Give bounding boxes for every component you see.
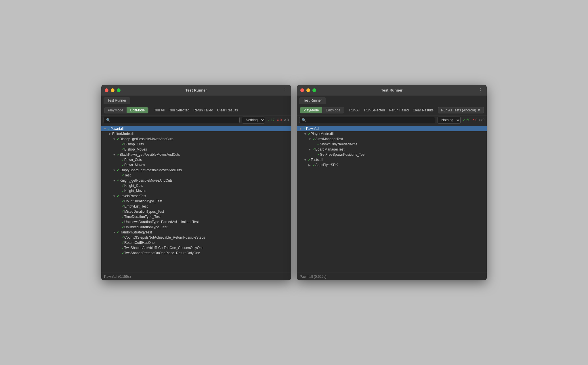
tree-item-mixedduration[interactable]: ✓ MixedDurationTypes_Test bbox=[101, 209, 291, 214]
tree-item-blackpawn_group[interactable]: ▼✓ BlackPawn_getPossibleMovesAndCuts bbox=[101, 152, 291, 157]
tree-item-twoshapes[interactable]: ✓ TwoShapesAreAbleToCutTheOne_ChosenOnly… bbox=[101, 245, 291, 250]
tree-label-emptyboard_group: EmptyBoard_getPossibleMovesAndCuts bbox=[120, 168, 182, 172]
tree-item-countofsteps[interactable]: ✓ CountOfStepsIsNotAchievable_ReturnPoss… bbox=[101, 235, 291, 240]
editmode-btn-1[interactable]: EditMode bbox=[127, 107, 148, 113]
minimize-button-2[interactable] bbox=[306, 88, 310, 92]
tree-item-knight_cuts[interactable]: ✓ Knight_Cuts bbox=[101, 183, 291, 188]
editmode-btn-2[interactable]: EditMode bbox=[322, 107, 344, 113]
tree-item-boardmanager[interactable]: ▼✓ BoardManagerTest bbox=[297, 147, 487, 152]
tree-item-pawnfall2[interactable]: ▼✓ Pawnfall bbox=[297, 126, 487, 131]
check-icon-knight_cuts: ✓ bbox=[121, 184, 124, 188]
check-icon-pawnfall: ✓ bbox=[108, 127, 110, 131]
tree-item-pawn_moves[interactable]: ✓ Pawn_Moves bbox=[101, 162, 291, 168]
clear-results-btn-2[interactable]: Clear Results bbox=[412, 108, 435, 113]
check-icon-unlimitedduration: ✓ bbox=[121, 225, 124, 229]
tree-label-twoshapes: TwoShapesAreAbleToCutTheOne_ChosenOnlyOn… bbox=[124, 246, 204, 250]
tree-item-emptyboard_test[interactable]: ✓ Test bbox=[101, 173, 291, 178]
tree-item-pawn_cuts[interactable]: ✓ Pawn_Cuts bbox=[101, 157, 291, 162]
tree-label-editormode: EditorMode.dll bbox=[112, 132, 134, 136]
playmode-btn-2[interactable]: PlayMode bbox=[300, 107, 322, 113]
tree-item-returncut[interactable]: ✓ ReturnCutIfHasOne bbox=[101, 240, 291, 245]
traffic-lights-1 bbox=[105, 88, 121, 92]
tree-item-twoshapes2[interactable]: ✓ TwoShapesPretendOnOnePlace_ReturnOnlyO… bbox=[101, 250, 291, 256]
close-button-1[interactable] bbox=[105, 88, 108, 92]
tree-label-knight_cuts: Knight_Cuts bbox=[124, 184, 143, 188]
tree-arrow-playermode: ▼ bbox=[304, 132, 307, 136]
tree-item-knight_moves[interactable]: ✓ Knight_Moves bbox=[101, 188, 291, 193]
check-icon-emptyboard_test: ✓ bbox=[121, 173, 124, 177]
search-filter-row-2: Nothing ✓ 50 ✗ 0 ⊘ 0 bbox=[297, 115, 487, 125]
check-icon-2: ✓ bbox=[463, 118, 466, 122]
search-input-2[interactable] bbox=[299, 117, 435, 123]
tree-item-levelsparser[interactable]: ▼✓ LevelsParserTest bbox=[101, 193, 291, 199]
tree-arrow-blackpawn_group: ▼ bbox=[113, 153, 116, 156]
tree-label-pawnfall: Pawnfall bbox=[110, 127, 123, 131]
skip-badge-1: ⊘ 0 bbox=[283, 118, 289, 122]
tab-test-runner-1[interactable]: Test Runner bbox=[104, 97, 130, 104]
check-icon-aimsmanager: ✓ bbox=[312, 137, 315, 141]
tree-item-editormode[interactable]: ▼EditorMode.dll bbox=[101, 131, 291, 136]
filter-select-2[interactable]: Nothing bbox=[438, 117, 461, 123]
tree-item-testsdll[interactable]: ▼✓ Tests.dll bbox=[297, 157, 487, 162]
check-icon-twoshapes2: ✓ bbox=[121, 251, 124, 255]
tree-item-appsflyersdk[interactable]: ▶✓ AppsFlyerSDK bbox=[297, 162, 487, 168]
check-icon-blackpawn_group: ✓ bbox=[117, 153, 120, 157]
check-icon-shownonlyneeded: ✓ bbox=[317, 142, 320, 146]
playmode-btn-1[interactable]: PlayMode bbox=[104, 107, 127, 113]
tree-item-playermode[interactable]: ▼✓ PlayerMode.dll bbox=[297, 131, 487, 136]
rerun-failed-btn-1[interactable]: Rerun Failed bbox=[192, 108, 214, 113]
tree-item-shownonlyneeded[interactable]: ✓ ShownOnlyNeededAims bbox=[297, 142, 487, 147]
tree-arrow-pawnfall: ▼ bbox=[104, 127, 107, 130]
traffic-lights-2 bbox=[300, 88, 316, 92]
run-selected-btn-1[interactable]: Run Selected bbox=[167, 108, 190, 113]
tree-item-randomstrategy[interactable]: ▼✓ RandomStrategyTest bbox=[101, 230, 291, 235]
close-button-2[interactable] bbox=[300, 88, 304, 92]
check-icon-levelsparser: ✓ bbox=[117, 194, 120, 198]
check-icon-bishop_cuts: ✓ bbox=[121, 142, 124, 146]
menu-icon-2[interactable]: ⋮ bbox=[478, 87, 483, 93]
check-icon-twoshapes: ✓ bbox=[121, 246, 124, 250]
search-input-1[interactable] bbox=[104, 117, 240, 123]
tree-view-2: ▼✓ Pawnfall▼✓ PlayerMode.dll▼✓ AimsManag… bbox=[297, 125, 487, 273]
tree-item-bishop_moves[interactable]: ✓ Bishop_Moves bbox=[101, 147, 291, 152]
rerun-failed-btn-2[interactable]: Rerun Failed bbox=[388, 108, 410, 113]
tree-item-aimsmanager[interactable]: ▼✓ AimsManagerTest bbox=[297, 136, 487, 142]
clear-results-btn-1[interactable]: Clear Results bbox=[216, 108, 239, 113]
filter-select-1[interactable]: Nothing bbox=[242, 117, 265, 123]
tree-item-bishop_cuts[interactable]: ✓ Bishop_Cuts bbox=[101, 142, 291, 147]
tab-test-runner-2[interactable]: Test Runner bbox=[299, 97, 326, 104]
title-bar-2: Test Runner ⋮ bbox=[297, 85, 487, 96]
run-selected-btn-2[interactable]: Run Selected bbox=[363, 108, 386, 113]
window-title-1: Test Runner bbox=[186, 88, 207, 92]
tree-item-unknownduration[interactable]: ✓ UnknownDurationType_ParsedAsUnlimited_… bbox=[101, 219, 291, 225]
status-badges-1: ✓ 17 ✗ 0 ⊘ 0 bbox=[267, 118, 289, 122]
tree-item-countduration[interactable]: ✓ CountDurationType_Test bbox=[101, 199, 291, 204]
tree-label-shownonlyneeded: ShownOnlyNeededAims bbox=[320, 142, 357, 146]
tree-item-knight_group[interactable]: ▼✓ Knight_getPossibleMovesAndCuts bbox=[101, 178, 291, 183]
maximize-button-1[interactable] bbox=[117, 88, 121, 92]
tree-item-bishop_group[interactable]: ▼✓ Bishop_getPossibleMovesAndCuts bbox=[101, 136, 291, 142]
pass-count-1: 17 bbox=[271, 118, 274, 122]
tree-label-knight_moves: Knight_Moves bbox=[124, 189, 146, 193]
menu-icon-1[interactable]: ⋮ bbox=[282, 87, 288, 93]
maximize-button-2[interactable] bbox=[312, 88, 316, 92]
check-icon-1: ✓ bbox=[267, 118, 270, 122]
tree-item-emptyboard_group[interactable]: ▼✓ EmptyBoard_getPossibleMovesAndCuts bbox=[101, 168, 291, 173]
mode-group-2: PlayMode EditMode bbox=[300, 107, 344, 113]
fail-count-1: 0 bbox=[280, 118, 282, 122]
tree-arrow-appsflyersdk: ▶ bbox=[308, 164, 312, 167]
run-all-btn-1[interactable]: Run All bbox=[152, 108, 166, 113]
tree-label-twoshapes2: TwoShapesPretendOnOnePlace_ReturnOnlyOne bbox=[124, 251, 200, 255]
skip-icon-1: ⊘ bbox=[283, 118, 286, 122]
check-icon-getfreespawn: ✓ bbox=[317, 153, 320, 157]
tree-item-getfreespawn[interactable]: ✓ GetFreeSpawnPositions_Test bbox=[297, 152, 487, 157]
run-all-btn-2[interactable]: Run All bbox=[348, 108, 361, 113]
run-all-android-btn[interactable]: Run All Tests (Android) ▼ bbox=[438, 107, 484, 113]
minimize-button-1[interactable] bbox=[111, 88, 114, 92]
tree-label-returncut: ReturnCutIfHasOne bbox=[124, 241, 154, 245]
tree-item-timeduration[interactable]: ✓ TimeDurationType_Test bbox=[101, 214, 291, 219]
tree-item-pawnfall[interactable]: ▼✓ Pawnfall bbox=[101, 126, 291, 131]
tree-item-emptylist[interactable]: ✓ EmptyList_Test bbox=[101, 204, 291, 209]
check-icon-testsdll: ✓ bbox=[308, 158, 311, 162]
tree-item-unlimitedduration[interactable]: ✓ UnlimitedDurationType_Test bbox=[101, 225, 291, 230]
